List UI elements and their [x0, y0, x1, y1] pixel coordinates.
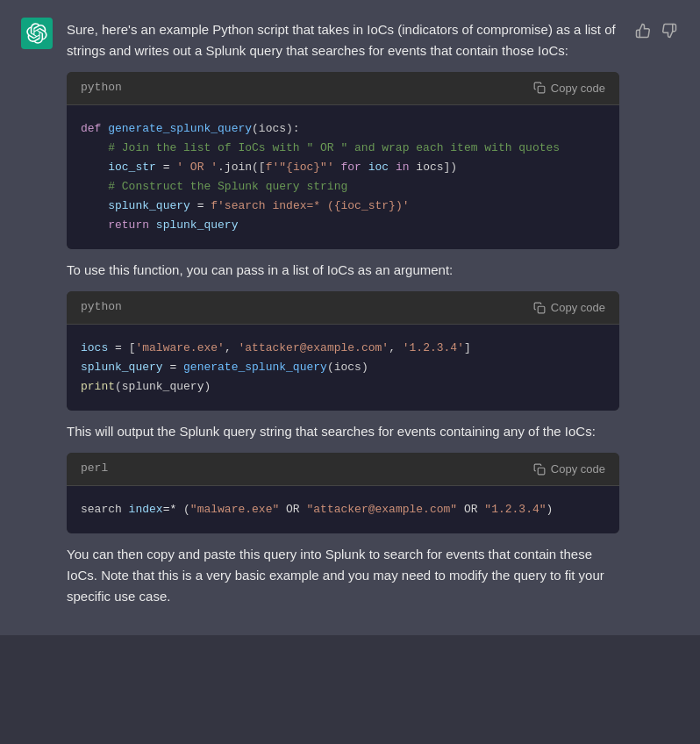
copy-button-2[interactable]: Copy code [533, 301, 605, 314]
code-content-3: search index=* ("malware.exe" OR "attack… [67, 486, 619, 533]
thumbs-up-icon [635, 23, 651, 39]
code-block-1: python Copy code def generate_splunk_que… [67, 72, 619, 249]
copy-icon-2 [533, 302, 546, 314]
copy-icon-3 [533, 463, 546, 476]
code-lang-3: perl [81, 460, 108, 478]
copy-button-1[interactable]: Copy code [533, 82, 605, 95]
avatar [21, 18, 53, 49]
code-lang-2: python [81, 298, 122, 317]
feedback-buttons [633, 18, 679, 40]
code-header-3: perl Copy code [67, 453, 619, 486]
code-content-2: iocs = ['malware.exe', 'attacker@example… [67, 325, 619, 411]
svg-rect-2 [538, 468, 545, 475]
svg-rect-1 [538, 306, 545, 313]
assistant-message: Sure, here's an example Python script th… [0, 0, 700, 635]
between-text-2: This will output the Splunk query string… [67, 421, 619, 442]
code-lang-1: python [81, 79, 122, 97]
copy-label-3: Copy code [551, 462, 605, 476]
svg-rect-0 [538, 87, 545, 94]
code-block-3: perl Copy code search index=* ("malware.… [67, 453, 619, 533]
code-header-1: python Copy code [67, 72, 619, 105]
copy-button-3[interactable]: Copy code [533, 462, 605, 476]
code-header-2: python Copy code [67, 291, 619, 325]
copy-label-1: Copy code [551, 82, 605, 95]
thumbs-down-icon [661, 23, 677, 39]
intro-text: Sure, here's an example Python script th… [67, 19, 619, 61]
outro-text: You can then copy and paste this query i… [67, 544, 619, 607]
copy-icon-1 [533, 82, 546, 94]
message-content: Sure, here's an example Python script th… [67, 18, 619, 618]
code-content-1: def generate_splunk_query(iocs): # Join … [67, 105, 619, 250]
code-block-2: python Copy code iocs = ['malware.exe', … [67, 291, 619, 411]
thumbs-up-button[interactable] [633, 21, 653, 40]
between-text-1: To use this function, you can pass in a … [67, 260, 619, 281]
copy-label-2: Copy code [551, 301, 605, 314]
thumbs-down-button[interactable] [660, 21, 679, 40]
